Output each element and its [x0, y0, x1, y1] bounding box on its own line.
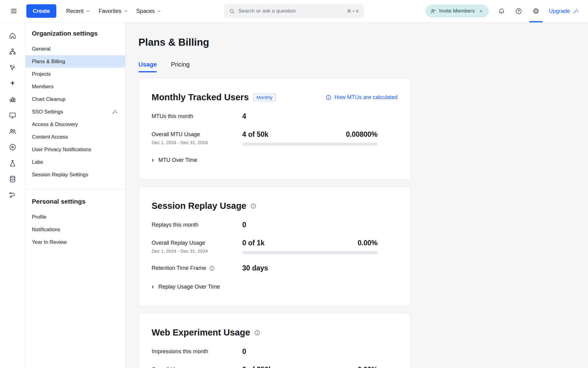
sidebar-item-label: User Privacy Notifications — [32, 147, 91, 153]
home-icon[interactable] — [9, 32, 17, 40]
search-shortcut: ⌘ + K — [347, 9, 359, 13]
usage-column: 0 of 250k 0.00% — [242, 366, 378, 368]
card-title: Web Experiment Usage — [152, 328, 250, 338]
sparkle-icon[interactable] — [9, 79, 17, 87]
usage-column: 0 of 1k 0.00% — [242, 239, 378, 254]
info-icon[interactable] — [209, 266, 215, 271]
play-circle-icon[interactable] — [9, 143, 17, 151]
notifications-bell-icon[interactable] — [497, 7, 506, 15]
sidebar-item-year-in-review[interactable]: Year In Review — [25, 236, 125, 248]
card-title: Session Replay Usage — [152, 201, 246, 211]
row-value: 0 — [242, 221, 246, 229]
retention-label: Retention Time Frame — [152, 265, 206, 271]
usage-progress-bar — [242, 143, 378, 146]
settings-gear-wrap: ⚙ — [532, 0, 540, 22]
spaces-menu-label: Spaces — [136, 8, 155, 14]
sidebar-item-label: SSO Settings — [32, 109, 63, 115]
chevron-down-icon — [86, 9, 90, 13]
sidebar-item-plans-billing[interactable]: Plans & Billing — [25, 55, 125, 68]
hamburger-menu-icon[interactable] — [9, 6, 18, 16]
sidebar-item-content-access[interactable]: Content Access — [25, 131, 125, 143]
search-icon — [229, 8, 235, 14]
favorites-menu[interactable]: Favorites — [94, 5, 132, 17]
replays-this-month-row: Replays this month 0 — [152, 221, 398, 229]
magic-wand-icon — [111, 109, 117, 115]
database-icon[interactable] — [9, 175, 17, 183]
sidebar-item-user-privacy-notifications[interactable]: User Privacy Notifications — [25, 143, 125, 156]
link-label: How MTUs are calculated — [334, 94, 398, 101]
chevron-right-icon: › — [152, 157, 154, 163]
expander-label: Replay Usage Over Time — [158, 284, 220, 290]
row-label: Overall MTU Usage Dec 1, 2024 - Dec 31, … — [152, 130, 242, 145]
usage-value: 4 of 50k — [242, 130, 269, 139]
bar-chart-icon[interactable] — [9, 95, 17, 103]
row-label: Retention Time Frame — [152, 264, 242, 271]
favorites-menu-label: Favorites — [99, 8, 121, 14]
hierarchy-icon[interactable] — [9, 48, 17, 56]
replay-usage-over-time-expander[interactable]: › Replay Usage Over Time — [152, 283, 398, 290]
recent-menu[interactable]: Recent — [62, 5, 94, 17]
overall-replay-usage-row: Overall Replay Usage Dec 1, 2024 - Dec 3… — [152, 239, 398, 254]
sidebar-item-chart-cleanup[interactable]: Chart Cleanup — [25, 93, 125, 105]
chevron-down-icon — [124, 9, 128, 13]
flask-icon[interactable] — [9, 159, 17, 167]
sidebar-item-members[interactable]: Members — [25, 80, 125, 93]
pointer-icon[interactable] — [9, 63, 17, 71]
mtus-this-month-row: MTUs this month 4 — [152, 112, 398, 121]
settings-gear-icon[interactable]: ⚙ — [532, 7, 540, 15]
usage-percent: 0.00% — [358, 239, 378, 247]
sidebar-item-label: Year In Review — [32, 239, 67, 245]
sidebar-item-notifications[interactable]: Notifications — [25, 223, 125, 236]
sidebar-item-labs[interactable]: Labs — [25, 156, 125, 168]
row-label: Replays this month — [152, 221, 242, 228]
sidebar-item-sso-settings[interactable]: SSO Settings — [25, 105, 125, 118]
settings-sidebar: Organization settings General Plans & Bi… — [25, 22, 126, 368]
search-input[interactable] — [238, 8, 344, 14]
monthly-badge: Monthly — [254, 94, 276, 101]
sidebar-item-access-discovery[interactable]: Access & Discovery — [25, 118, 125, 131]
sidebar-item-label: General — [32, 46, 50, 52]
sidebar-item-label: Plans & Billing — [32, 59, 65, 65]
topbar-right: Invite Members ⚙ Upgrade — [425, 0, 579, 22]
person-plus-icon — [430, 8, 436, 14]
sidebar-item-label: Chart Cleanup — [32, 96, 66, 102]
close-icon[interactable] — [478, 8, 484, 14]
invite-members-label: Invite Members — [439, 8, 475, 14]
global-search: ⌘ + K — [224, 4, 364, 18]
info-icon[interactable] — [250, 203, 256, 209]
sidebar-item-general[interactable]: General — [25, 43, 125, 55]
info-icon[interactable] — [254, 330, 260, 336]
help-icon[interactable] — [514, 7, 523, 15]
sidebar-item-projects[interactable]: Projects — [25, 68, 125, 80]
usage-percent: 0.00% — [358, 366, 378, 368]
mtu-over-time-expander[interactable]: › MTU Over Time — [152, 157, 398, 163]
tab-pricing[interactable]: Pricing — [171, 61, 190, 72]
spaces-menu[interactable]: Spaces — [132, 5, 165, 17]
create-button[interactable]: Create — [26, 4, 56, 18]
card-title: Monthly Tracked Users — [152, 92, 249, 102]
tab-usage[interactable]: Usage — [138, 61, 157, 72]
monitor-icon[interactable] — [9, 111, 17, 119]
sidebar-item-label: Content Access — [32, 134, 68, 140]
row-label: Impressions this month — [152, 347, 242, 355]
row-value: 0 — [242, 347, 246, 356]
row-label: Overall Usage Dec 1, 2024 - Dec 31, 2024 — [152, 366, 242, 368]
usage-dates: Dec 1, 2024 - Dec 31, 2024 — [152, 248, 242, 254]
card-monthly-tracked-users: Monthly Tracked Users Monthly How MTUs a… — [138, 78, 411, 180]
usage-progress-bar — [242, 251, 378, 254]
chevron-right-icon: › — [152, 283, 154, 290]
invite-members-button[interactable]: Invite Members — [425, 5, 489, 17]
sidebar-item-profile[interactable]: Profile — [25, 211, 125, 223]
sidebar-item-label: Profile — [32, 214, 47, 220]
card-web-experiment-usage: Web Experiment Usage Impressions this mo… — [138, 313, 411, 368]
pathfinder-icon[interactable] — [9, 191, 17, 199]
row-label: MTUs this month — [152, 112, 242, 120]
users-icon[interactable] — [9, 127, 17, 135]
page-title: Plans & Billing — [138, 36, 588, 48]
magic-wand-icon — [573, 8, 579, 14]
how-mtus-calculated-link[interactable]: How MTUs are calculated — [326, 94, 398, 101]
row-label: Overall Replay Usage Dec 1, 2024 - Dec 3… — [152, 239, 242, 254]
upgrade-link[interactable]: Upgrade — [549, 8, 579, 14]
sidebar-item-session-replay-settings[interactable]: Session Replay Settings — [25, 168, 125, 181]
row-value: 4 — [242, 112, 246, 121]
